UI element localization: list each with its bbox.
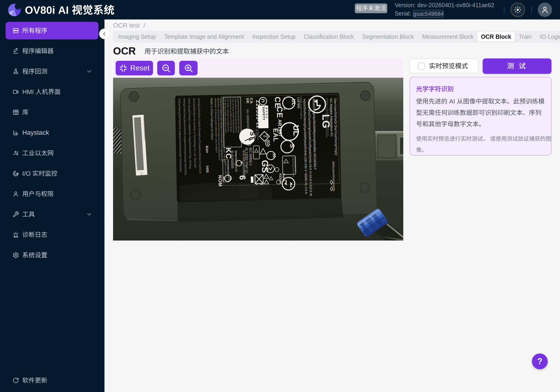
svg-text:LG Electronics: LG Electronics [257,129,259,140]
svg-text:SAFETY: SAFETY [262,107,266,121]
svg-text:6: 6 [238,175,247,180]
svg-text:JikRyuJeonWonJangChi: JikRyuJeonWonJangChi [332,161,336,191]
svg-text:UL: UL [292,125,301,136]
svg-text:IEC 60950-1: IEC 60950-1 [249,148,253,166]
svg-text:c: c [283,97,286,99]
svg-text:www.bis.gov.in: www.bis.gov.in [234,150,239,172]
svg-text:S: S [289,144,296,148]
svg-text:(1 4): (1 4) [140,172,143,176]
svg-text:HU10599-22060: HU10599-22060 [227,161,229,177]
svg-text:ULL-102618-EA: ULL-102618-EA [246,109,249,128]
svg-text:E: E [263,135,266,137]
svg-text:UK: UK [246,98,250,104]
svg-text:BAH: BAH [205,146,209,153]
svg-text:GS: GS [260,160,270,173]
svg-text:CE: CE [275,106,284,118]
svg-text:10: 10 [272,153,276,157]
svg-text:AR: AR [278,119,283,126]
svg-text:LISTED: LISTED [297,97,300,109]
svg-text:M A R K: M A R K [265,108,268,119]
svg-text:POWER SUPPLY E180720: POWER SUPPLY E180720 [300,96,302,119]
svg-text:UL: UL [229,177,232,181]
svg-text:2435: 2435 [205,165,210,173]
svg-text:UL: UL [291,99,297,106]
svg-text:NOM: NOM [218,175,223,187]
svg-text:CA: CA [249,98,253,104]
svg-text:AC Adaptor Adaptateur AC: AC Adaptor Adaptateur AC [329,98,334,137]
svg-text:us: us [283,107,287,110]
svg-text:KC: KC [224,148,233,159]
svg-text:R-R-P0L-AD10630LF: R-R-P0L-AD10630LF [242,150,246,179]
